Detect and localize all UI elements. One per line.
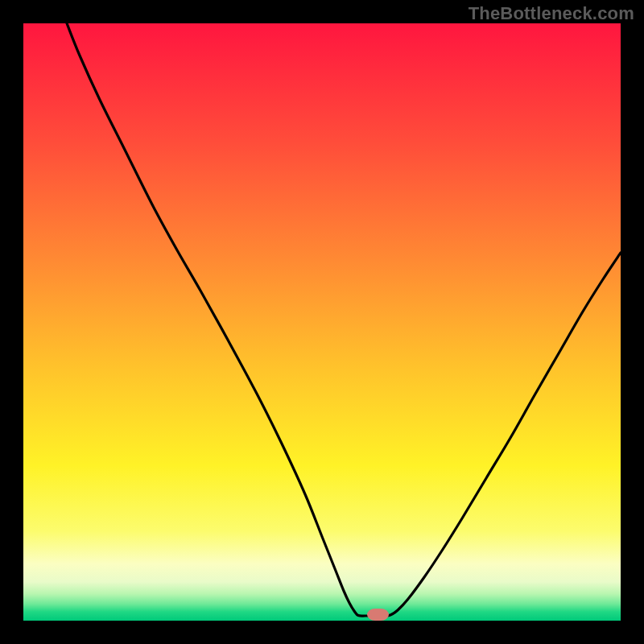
watermark-text: TheBottleneck.com (469, 3, 634, 24)
bottleneck-chart (23, 23, 621, 621)
plot-area (23, 23, 621, 621)
chart-frame: TheBottleneck.com (0, 0, 644, 644)
gradient-background (23, 23, 621, 621)
optimum-marker (367, 609, 389, 621)
